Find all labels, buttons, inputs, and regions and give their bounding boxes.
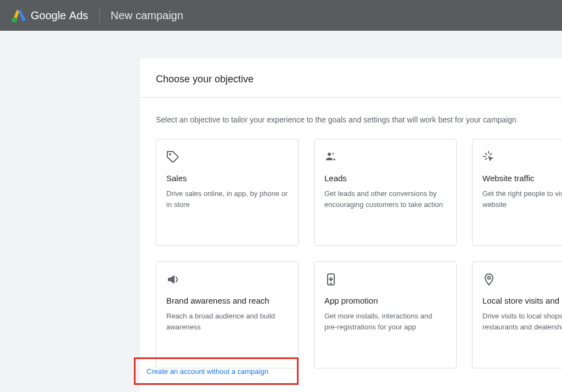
page-title: New campaign — [111, 9, 183, 22]
phone-download-icon — [324, 273, 338, 286]
svg-point-0 — [12, 18, 17, 23]
google-ads-logo-icon — [11, 8, 26, 23]
objective-title: App promotion — [324, 296, 446, 305]
objective-leads[interactable]: Leads Get leads and other conversions by… — [314, 139, 457, 246]
objective-local-store[interactable]: Local store visits and promotions Drive … — [472, 261, 562, 368]
objective-card-panel: Choose your objective Select an objectiv… — [139, 58, 562, 392]
objective-brand-awareness[interactable]: Brand awareness and reach Reach a broad … — [156, 261, 299, 368]
objective-app-promotion[interactable]: App promotion Get more installs, interac… — [314, 261, 457, 368]
objective-title: Website traffic — [482, 173, 562, 183]
skip-link-highlight: Create an account without a campaign — [134, 357, 299, 385]
app-header: Google Ads New campaign — [0, 0, 562, 31]
create-account-without-campaign-link[interactable]: Create an account without a campaign — [147, 367, 268, 376]
content-wrapper: Choose your objective Select an objectiv… — [0, 31, 562, 392]
click-icon — [482, 150, 496, 164]
objective-desc: Get leads and other conversions by encou… — [324, 188, 446, 210]
location-icon — [482, 273, 496, 286]
card-header: Choose your objective — [139, 58, 562, 98]
objective-title: Sales — [166, 173, 288, 183]
objectives-grid: Sales Drive sales online, in app, by pho… — [156, 139, 562, 368]
megaphone-icon — [166, 273, 179, 286]
objective-description: Select an objective to tailor your exper… — [156, 114, 562, 126]
logo-text: Google Ads — [31, 9, 88, 22]
objective-sales[interactable]: Sales Drive sales online, in app, by pho… — [156, 139, 299, 246]
objective-title: Leads — [324, 173, 446, 183]
objective-desc: Drive visits to local shops, including r… — [482, 311, 562, 332]
tag-icon — [166, 150, 179, 164]
svg-point-5 — [488, 277, 491, 279]
objective-desc: Get the right people to visit your websi… — [482, 188, 562, 210]
objective-title: Brand awareness and reach — [166, 296, 288, 305]
card-body: Select an objective to tailor your exper… — [139, 98, 562, 368]
objective-website-traffic[interactable]: Website traffic Get the right people to … — [472, 139, 562, 246]
objective-title: Local store visits and promotions — [482, 296, 562, 305]
card-title: Choose your objective — [156, 74, 562, 85]
svg-point-1 — [170, 154, 171, 155]
objective-desc: Reach a broad audience and build awarene… — [166, 311, 288, 332]
header-divider — [99, 8, 100, 23]
objective-desc: Get more installs, interactions and pre-… — [324, 311, 446, 332]
objective-desc: Drive sales online, in app, by phone or … — [166, 188, 288, 210]
people-icon — [324, 150, 338, 164]
svg-point-2 — [328, 153, 331, 156]
logo-container: Google Ads — [11, 8, 88, 23]
